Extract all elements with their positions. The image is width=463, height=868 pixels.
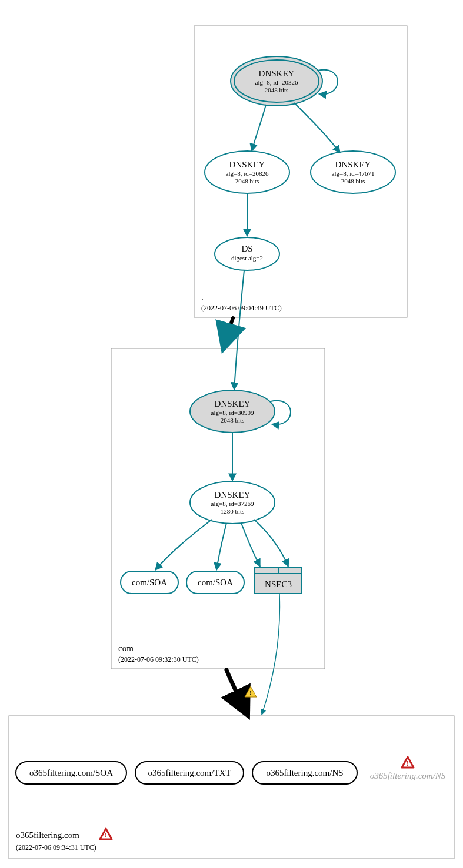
svg-text:com/SOA: com/SOA [132,578,167,587]
svg-text:2048 bits: 2048 bits [235,177,259,185]
svg-text:DNSKEY: DNSKEY [215,399,251,408]
node-com-zsk: DNSKEY alg=8, id=37269 1280 bits [190,481,275,524]
svg-text:o365filtering.com/NS: o365filtering.com/NS [266,768,343,777]
edge-comzone-o365zone [226,670,247,714]
svg-text:o365filtering.com/SOA: o365filtering.com/SOA [29,768,113,777]
svg-text:!: ! [105,830,107,839]
edge-rootzone-comzone-thick [224,318,233,348]
svg-text:alg=8, id=30909: alg=8, id=30909 [211,409,254,416]
zone-root-name: . [201,292,204,301]
svg-text:!: ! [249,689,252,697]
node-com-soa1: com/SOA [121,571,178,594]
svg-text:1280 bits: 1280 bits [221,508,245,515]
svg-point-14 [215,237,279,270]
zone-com-name: com [118,644,134,653]
svg-text:alg=8, id=20326: alg=8, id=20326 [255,79,298,86]
svg-text:alg=8, id=37269: alg=8, id=37269 [211,500,254,507]
svg-text:2048 bits: 2048 bits [265,86,289,93]
svg-text:DNSKEY: DNSKEY [215,490,251,500]
svg-text:NSEC3: NSEC3 [265,579,292,589]
node-o365-txt: o365filtering.com/TXT [135,762,244,784]
node-o365-ns: o365filtering.com/NS [252,762,357,784]
svg-text:o365filtering.com/NS: o365filtering.com/NS [370,771,446,780]
zone-o365-ts: (2022-07-06 09:34:31 UTC) [16,843,96,852]
svg-text:DNSKEY: DNSKEY [335,160,371,169]
node-nsec3: NSEC3 [255,568,302,594]
node-o365-soa: o365filtering.com/SOA [16,762,126,784]
node-root-zsk1: DNSKEY alg=8, id=20826 2048 bits [205,151,289,193]
svg-text:com/SOA: com/SOA [198,578,233,587]
zone-o365: o365filtering.com (2022-07-06 09:34:31 U… [9,716,454,859]
svg-text:DNSKEY: DNSKEY [259,69,295,78]
node-root-ds: DS digest alg=2 [215,237,279,270]
zone-o365-name: o365filtering.com [16,830,79,840]
svg-text:DS: DS [241,244,252,253]
svg-text:alg=8, id=20826: alg=8, id=20826 [226,170,269,177]
svg-text:DNSKEY: DNSKEY [229,160,265,169]
svg-text:!: ! [407,759,409,768]
warning-icon-yellow: ! [245,686,257,697]
node-root-zsk2: DNSKEY alg=8, id=47671 2048 bits [311,151,395,193]
zone-com-ts: (2022-07-06 09:32:30 UTC) [118,655,199,663]
svg-text:digest alg=2: digest alg=2 [231,254,263,262]
svg-text:o365filtering.com/TXT: o365filtering.com/TXT [148,768,231,777]
node-com-soa2: com/SOA [186,571,244,594]
dnssec-graph: . (2022-07-06 09:04:49 UTC) DNSKEY alg=8… [0,0,463,868]
svg-text:2048 bits: 2048 bits [341,177,365,185]
svg-text:alg=8, id=47671: alg=8, id=47671 [332,170,375,177]
svg-text:2048 bits: 2048 bits [221,417,245,424]
